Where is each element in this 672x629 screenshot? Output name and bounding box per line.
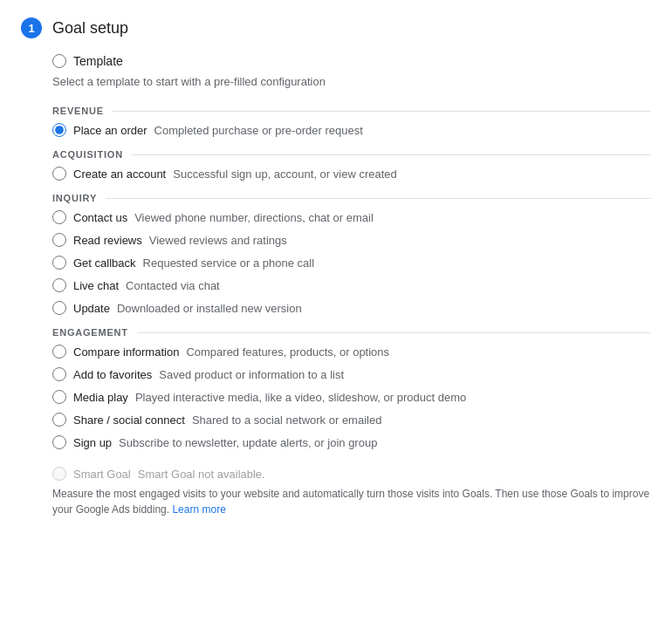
radio-media-play[interactable] xyxy=(52,390,66,404)
smart-goal-status: Smart Goal not available. xyxy=(138,468,265,481)
option-row-sign-up[interactable]: Sign upSubscribe to newsletter, update a… xyxy=(52,435,651,449)
section-acquisition: ACQUISITIONCreate an accountSuccessful s… xyxy=(52,149,651,181)
desc-get-callback: Requested service or a phone call xyxy=(143,256,315,270)
template-radio[interactable] xyxy=(52,54,66,68)
label-create-account[interactable]: Create an account xyxy=(73,168,166,181)
section-revenue: REVENUEPlace an orderCompleted purchase … xyxy=(52,106,651,137)
radio-create-account[interactable] xyxy=(52,167,66,181)
section-title-revenue: REVENUE xyxy=(52,106,113,116)
desc-sign-up: Subscribe to newsletter, update alerts, … xyxy=(119,436,377,449)
section-divider-acquisition xyxy=(132,154,651,155)
radio-compare-info[interactable] xyxy=(52,345,66,359)
label-media-play[interactable]: Media play xyxy=(73,391,128,404)
desc-create-account: Successful sign up, account, or view cre… xyxy=(173,168,397,181)
section-header-revenue: REVENUE xyxy=(52,106,651,116)
template-subtitle: Select a template to start with a pre-fi… xyxy=(52,75,651,88)
goal-setup-container: 1 Goal setup Template Select a template … xyxy=(21,17,651,517)
desc-live-chat: Contacted via chat xyxy=(126,279,220,292)
smart-goal-section: Smart Goal Smart Goal not available. Mea… xyxy=(52,463,651,517)
smart-goal-description: Measure the most engaged visits to your … xyxy=(52,488,649,516)
label-live-chat[interactable]: Live chat xyxy=(73,279,119,292)
sections-container: REVENUEPlace an orderCompleted purchase … xyxy=(21,106,651,449)
desc-update: Downloaded or installed new version xyxy=(117,302,302,315)
label-get-callback[interactable]: Get callback xyxy=(73,256,136,270)
option-row-update[interactable]: UpdateDownloaded or installed new versio… xyxy=(52,301,651,315)
option-row-contact-us[interactable]: Contact usViewed phone number, direction… xyxy=(52,210,651,224)
label-place-order[interactable]: Place an order xyxy=(73,124,147,137)
option-row-media-play[interactable]: Media playPlayed interactive media, like… xyxy=(52,390,651,404)
desc-add-favorites: Saved product or information to a list xyxy=(159,368,344,381)
option-row-live-chat[interactable]: Live chatContacted via chat xyxy=(52,278,651,292)
page-title: Goal setup xyxy=(52,19,128,38)
step-number: 1 xyxy=(21,17,42,38)
radio-add-favorites[interactable] xyxy=(52,367,66,381)
radio-update[interactable] xyxy=(52,301,66,315)
template-option-row[interactable]: Template xyxy=(52,54,651,68)
option-row-place-order[interactable]: Place an orderCompleted purchase or pre-… xyxy=(52,123,651,137)
template-label[interactable]: Template xyxy=(73,54,123,68)
radio-get-callback[interactable] xyxy=(52,256,66,270)
section-title-engagement: ENGAGEMENT xyxy=(52,327,137,338)
section-divider-revenue xyxy=(113,111,651,112)
option-row-get-callback[interactable]: Get callbackRequested service or a phone… xyxy=(52,256,651,270)
section-header-inquiry: INQUIRY xyxy=(52,193,651,203)
desc-read-reviews: Viewed reviews and ratings xyxy=(149,234,287,247)
option-row-share-social[interactable]: Share / social connectShared to a social… xyxy=(52,413,651,427)
desc-share-social: Shared to a social network or emailed xyxy=(192,414,382,427)
section-title-inquiry: INQUIRY xyxy=(52,193,106,203)
option-row-create-account[interactable]: Create an accountSuccessful sign up, acc… xyxy=(52,167,651,181)
desc-compare-info: Compared features, products, or options xyxy=(186,345,389,359)
section-title-acquisition: ACQUISITION xyxy=(52,149,132,160)
radio-place-order[interactable] xyxy=(52,123,66,137)
radio-share-social[interactable] xyxy=(52,413,66,427)
option-row-compare-info[interactable]: Compare informationCompared features, pr… xyxy=(52,345,651,359)
smart-goal-row: Smart Goal Smart Goal not available. xyxy=(52,467,651,481)
learn-more-link[interactable]: Learn more xyxy=(172,503,225,516)
option-row-add-favorites[interactable]: Add to favoritesSaved product or informa… xyxy=(52,367,651,381)
desc-place-order: Completed purchase or pre-order request xyxy=(154,124,363,137)
section-divider-inquiry xyxy=(106,198,651,199)
smart-goal-label: Smart Goal xyxy=(73,468,131,481)
radio-contact-us[interactable] xyxy=(52,210,66,224)
smart-goal-body: Measure the most engaged visits to your … xyxy=(52,486,651,517)
label-contact-us[interactable]: Contact us xyxy=(73,211,127,224)
goal-setup-header: 1 Goal setup xyxy=(21,17,651,38)
section-header-engagement: ENGAGEMENT xyxy=(52,327,651,338)
desc-contact-us: Viewed phone number, directions, chat or… xyxy=(134,211,374,224)
label-compare-info[interactable]: Compare information xyxy=(73,345,179,359)
section-engagement: ENGAGEMENTCompare informationCompared fe… xyxy=(52,327,651,449)
label-sign-up[interactable]: Sign up xyxy=(73,436,112,449)
radio-live-chat[interactable] xyxy=(52,278,66,292)
section-inquiry: INQUIRYContact usViewed phone number, di… xyxy=(52,193,651,315)
radio-sign-up[interactable] xyxy=(52,435,66,449)
desc-media-play: Played interactive media, like a video, … xyxy=(135,391,466,404)
smart-goal-radio xyxy=(52,467,66,481)
radio-read-reviews[interactable] xyxy=(52,233,66,247)
label-update[interactable]: Update xyxy=(73,302,110,315)
label-share-social[interactable]: Share / social connect xyxy=(73,414,185,427)
label-read-reviews[interactable]: Read reviews xyxy=(73,234,142,247)
section-divider-engagement xyxy=(137,332,651,333)
option-row-read-reviews[interactable]: Read reviewsViewed reviews and ratings xyxy=(52,233,651,247)
section-header-acquisition: ACQUISITION xyxy=(52,149,651,160)
label-add-favorites[interactable]: Add to favorites xyxy=(73,368,152,381)
